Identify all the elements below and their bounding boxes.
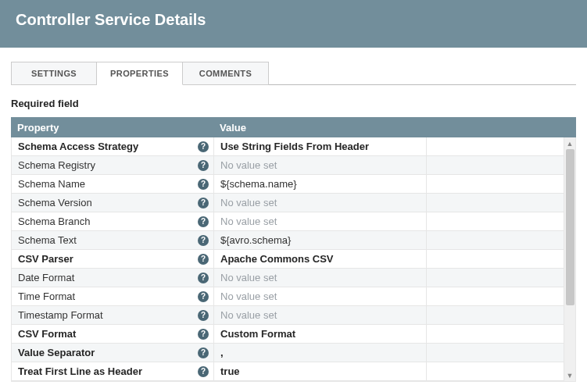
- property-name: Schema Access Strategy: [18, 141, 138, 152]
- property-value: ,: [220, 347, 224, 358]
- property-value: No value set: [220, 290, 277, 302]
- property-value-cell[interactable]: true: [214, 362, 427, 380]
- help-icon[interactable]: ?: [198, 291, 209, 302]
- property-value: ${schema.name}: [220, 178, 297, 190]
- properties-table: Property Value Schema Access Strategy?Us…: [11, 117, 576, 382]
- property-name-cell: Date Format?: [12, 269, 214, 287]
- scroll-down-button[interactable]: ▼: [564, 369, 575, 381]
- property-name: Schema Name: [18, 178, 85, 190]
- property-extra-cell: [427, 287, 575, 305]
- tab-comments[interactable]: COMMENTS: [183, 62, 269, 85]
- property-value-cell[interactable]: No value set: [214, 306, 427, 324]
- property-value: Apache Commons CSV: [220, 253, 333, 265]
- property-value-cell[interactable]: No value set: [214, 156, 427, 174]
- help-icon[interactable]: ?: [198, 254, 209, 265]
- property-name: Date Format: [18, 272, 74, 283]
- tab-properties[interactable]: PROPERTIES: [97, 62, 183, 85]
- property-value: No value set: [220, 272, 277, 283]
- property-value: Custom Format: [220, 328, 295, 340]
- property-extra-cell: [427, 269, 575, 287]
- property-value: ${avro.schema}: [220, 234, 291, 246]
- tab-settings[interactable]: SETTINGS: [11, 62, 97, 85]
- property-name: Timestamp Format: [18, 309, 103, 321]
- tabs: SETTINGS PROPERTIES COMMENTS: [11, 62, 576, 85]
- required-field-label: Required field: [0, 85, 587, 117]
- table-scroll-area: Schema Access Strategy?Use String Fields…: [11, 137, 576, 381]
- property-extra-cell: [427, 306, 575, 324]
- property-extra-cell: [427, 156, 575, 174]
- table-row[interactable]: CSV Format?Custom Format: [12, 325, 575, 344]
- help-icon[interactable]: ?: [198, 141, 209, 152]
- table-row[interactable]: Schema Access Strategy?Use String Fields…: [12, 137, 575, 156]
- property-name: CSV Format: [18, 328, 76, 340]
- property-value: Use String Fields From Header: [220, 141, 369, 152]
- table-header: Property Value: [11, 117, 576, 137]
- help-icon[interactable]: ?: [198, 235, 209, 246]
- property-name: Schema Registry: [18, 159, 95, 171]
- property-value-cell[interactable]: Custom Format: [214, 325, 427, 343]
- property-name-cell: Value Separator?: [12, 344, 214, 362]
- scroll-up-button[interactable]: ▲: [564, 137, 575, 149]
- property-name: Treat First Line as Header: [18, 365, 142, 377]
- table-row[interactable]: Time Format?No value set: [12, 287, 575, 306]
- property-value: No value set: [220, 216, 277, 227]
- column-header-property: Property: [11, 122, 213, 134]
- property-name: Value Separator: [18, 347, 95, 358]
- property-name-cell: Schema Version?: [12, 194, 214, 212]
- property-name: Time Format: [18, 290, 75, 302]
- table-row[interactable]: Value Separator?,: [12, 344, 575, 362]
- table-row[interactable]: CSV Parser?Apache Commons CSV: [12, 250, 575, 269]
- property-value-cell[interactable]: Apache Commons CSV: [214, 250, 427, 268]
- property-name-cell: Time Format?: [12, 287, 214, 305]
- property-name-cell: Schema Registry?: [12, 156, 214, 174]
- table-row[interactable]: Schema Branch?No value set: [12, 212, 575, 231]
- property-value-cell[interactable]: ${schema.name}: [214, 175, 427, 193]
- property-value-cell[interactable]: No value set: [214, 269, 427, 287]
- property-extra-cell: [427, 362, 575, 380]
- property-name: Schema Version: [18, 197, 92, 208]
- property-value: true: [220, 365, 240, 377]
- table-row[interactable]: Date Format?No value set: [12, 269, 575, 287]
- property-name-cell: Schema Text?: [12, 231, 214, 249]
- property-extra-cell: [427, 175, 575, 193]
- property-value: No value set: [220, 309, 277, 321]
- table-row[interactable]: Schema Text?${avro.schema}: [12, 231, 575, 250]
- table-row[interactable]: Treat First Line as Header?true: [12, 362, 575, 381]
- table-row[interactable]: Schema Registry?No value set: [12, 156, 575, 175]
- dialog-header: Controller Service Details: [0, 0, 587, 48]
- property-extra-cell: [427, 325, 575, 343]
- property-extra-cell: [427, 344, 575, 362]
- property-value-cell[interactable]: No value set: [214, 287, 427, 305]
- help-icon[interactable]: ?: [198, 216, 209, 227]
- scrollbar-vertical[interactable]: ▲ ▼: [564, 137, 575, 381]
- help-icon[interactable]: ?: [198, 179, 209, 190]
- property-name: CSV Parser: [18, 253, 73, 265]
- property-value: No value set: [220, 197, 277, 208]
- property-name-cell: Timestamp Format?: [12, 306, 214, 324]
- property-extra-cell: [427, 137, 575, 155]
- table-row[interactable]: Timestamp Format?No value set: [12, 306, 575, 325]
- table-row[interactable]: Schema Name?${schema.name}: [12, 175, 575, 194]
- property-name-cell: Schema Access Strategy?: [12, 137, 214, 155]
- help-icon[interactable]: ?: [198, 160, 209, 171]
- dialog-title: Controller Service Details: [16, 11, 571, 29]
- help-icon[interactable]: ?: [198, 366, 209, 377]
- help-icon[interactable]: ?: [198, 329, 209, 340]
- property-value-cell[interactable]: No value set: [214, 212, 427, 230]
- help-icon[interactable]: ?: [198, 198, 209, 208]
- property-value-cell[interactable]: ,: [214, 344, 427, 362]
- property-value-cell[interactable]: No value set: [214, 194, 427, 212]
- column-header-value: Value: [213, 122, 576, 134]
- scroll-thumb[interactable]: [566, 149, 574, 305]
- property-value-cell[interactable]: ${avro.schema}: [214, 231, 427, 249]
- property-value-cell[interactable]: Use String Fields From Header: [214, 137, 427, 155]
- help-icon[interactable]: ?: [198, 347, 209, 358]
- property-name-cell: Schema Branch?: [12, 212, 214, 230]
- property-name-cell: CSV Parser?: [12, 250, 214, 268]
- property-extra-cell: [427, 231, 575, 249]
- property-extra-cell: [427, 212, 575, 230]
- help-icon[interactable]: ?: [198, 273, 209, 283]
- help-icon[interactable]: ?: [198, 310, 209, 321]
- property-value: No value set: [220, 159, 277, 171]
- table-row[interactable]: Schema Version?No value set: [12, 194, 575, 212]
